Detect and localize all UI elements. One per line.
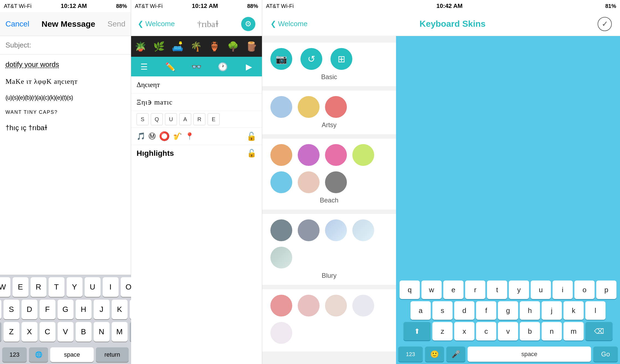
emoji-2[interactable]: 🌿 [151, 38, 167, 55]
sk-shift[interactable]: ⬆ [403, 322, 431, 341]
sq-q[interactable]: Q [151, 113, 163, 125]
sk-z[interactable]: z [432, 322, 453, 341]
sk-d[interactable]: d [454, 301, 474, 320]
sk-space[interactable]: space [468, 347, 591, 362]
subject-field[interactable] [0, 36, 131, 55]
lock-icon-2[interactable]: 🔓 [247, 149, 256, 158]
tab-edit[interactable]: ✏️ [162, 58, 179, 75]
sk-w[interactable]: w [421, 281, 442, 299]
sk-r[interactable]: r [465, 281, 485, 299]
globe-key[interactable]: 🌐 [29, 347, 48, 362]
sk-e[interactable]: e [443, 281, 463, 299]
key-f[interactable]: F [40, 300, 55, 319]
cancel-button[interactable]: Cancel [5, 20, 29, 28]
more-color-5[interactable] [270, 322, 292, 344]
sk-emoji[interactable]: 🙂 [425, 347, 444, 362]
sk-n[interactable]: n [542, 322, 562, 341]
sq-a[interactable]: A [179, 113, 191, 125]
sq-u[interactable]: U [165, 113, 177, 125]
key-j[interactable]: J [94, 300, 110, 319]
gear-icon[interactable]: ⚙ [241, 17, 255, 31]
sk-h[interactable]: h [520, 301, 540, 320]
sk-o[interactable]: o [574, 281, 595, 299]
sk-f[interactable]: f [476, 301, 496, 320]
key-g[interactable]: G [58, 300, 73, 319]
emoji-5[interactable]: 🏺 [206, 38, 223, 55]
sym-m[interactable]: Ⓜ [149, 132, 156, 141]
lock-icon-1[interactable]: 🔓 [246, 132, 256, 141]
beach-color-5[interactable] [270, 171, 292, 193]
emoji-6[interactable]: 🌳 [225, 38, 241, 55]
blury-color-3[interactable] [325, 219, 347, 241]
emoji-1[interactable]: 🪴 [132, 38, 149, 55]
space-key-1[interactable]: space [50, 347, 94, 362]
sk-u[interactable]: u [531, 281, 551, 299]
key-h[interactable]: H [76, 300, 91, 319]
key-m[interactable]: M [112, 322, 128, 342]
tab-next[interactable]: ▶ [241, 58, 257, 75]
emoji-7[interactable]: 🪵 [243, 38, 260, 55]
more-color-3[interactable] [325, 295, 347, 317]
sk-q[interactable]: q [400, 281, 420, 299]
key-s[interactable]: S [4, 300, 19, 319]
blury-color-5[interactable] [270, 247, 292, 268]
key-n[interactable]: N [94, 322, 110, 342]
return-key-1[interactable]: return [96, 347, 129, 362]
sq-s[interactable]: S [137, 113, 149, 125]
sk-a[interactable]: a [411, 301, 431, 320]
beach-color-3[interactable] [325, 144, 347, 166]
sk-b[interactable]: b [520, 322, 540, 341]
key-e[interactable]: E [13, 277, 28, 297]
key-v[interactable]: V [58, 322, 73, 342]
key-y[interactable]: Y [67, 277, 82, 297]
subject-input[interactable] [5, 41, 125, 49]
shift-key[interactable]: ⬆ [0, 322, 1, 342]
sk-t[interactable]: t [487, 281, 507, 299]
more-color-2[interactable] [298, 295, 320, 317]
basic-grid-icon[interactable]: ⊞ [330, 48, 352, 70]
key-a[interactable]: A [0, 300, 1, 319]
emoji-3[interactable]: 🛋️ [169, 38, 186, 55]
sym-music[interactable]: 🎵 [137, 132, 145, 141]
tribal-row-exotic[interactable]: Ξηι϶ maтıc [131, 94, 262, 111]
send-button[interactable]: Send [108, 20, 125, 28]
blury-color-1[interactable] [270, 219, 292, 241]
artsy-color-2[interactable] [298, 96, 320, 118]
sk-i[interactable]: i [553, 281, 573, 299]
sym-pin[interactable]: 📍 [185, 132, 194, 141]
basic-refresh-icon[interactable]: ↺ [300, 48, 322, 70]
key-i[interactable]: I [103, 277, 119, 297]
sk-k[interactable]: k [563, 301, 584, 320]
tribal-row-ancient[interactable]: Δηcιeηт [131, 76, 262, 94]
beach-color-2[interactable] [298, 144, 320, 166]
more-color-4[interactable] [352, 295, 374, 317]
more-color-1[interactable] [270, 295, 292, 317]
key-u[interactable]: U [85, 277, 101, 297]
key-x[interactable]: X [22, 322, 37, 342]
key-b[interactable]: B [76, 322, 91, 342]
beach-color-1[interactable] [270, 144, 292, 166]
sk-x[interactable]: x [454, 322, 474, 341]
sk-s[interactable]: s [432, 301, 453, 320]
sq-e[interactable]: E [208, 113, 220, 125]
sk-m[interactable]: m [563, 322, 584, 341]
beach-color-6[interactable] [298, 171, 320, 193]
skins-check-button[interactable]: ✓ [598, 17, 612, 31]
sk-c[interactable]: c [476, 322, 496, 341]
artsy-color-3[interactable] [325, 96, 347, 118]
sym-sax[interactable]: 🎷 [173, 132, 182, 141]
sk-y[interactable]: y [509, 281, 529, 299]
artsy-color-1[interactable] [270, 96, 292, 118]
key-z[interactable]: Z [4, 322, 19, 342]
sym-circle[interactable]: ⭕ [159, 131, 170, 141]
emoji-4[interactable]: 🌴 [188, 38, 204, 55]
key-w[interactable]: W [0, 277, 10, 297]
basic-camera-icon[interactable]: 📷 [270, 48, 292, 70]
beach-color-4[interactable] [352, 144, 374, 166]
blury-color-4[interactable] [352, 219, 374, 241]
tribal-highlights-row[interactable]: Hıghlights 🔓 [131, 145, 262, 162]
sk-go[interactable]: Go [593, 347, 618, 362]
beach-color-7[interactable] [325, 171, 347, 193]
skins-back-button[interactable]: ❮ Welcome [270, 20, 308, 28]
sk-j[interactable]: j [542, 301, 562, 320]
